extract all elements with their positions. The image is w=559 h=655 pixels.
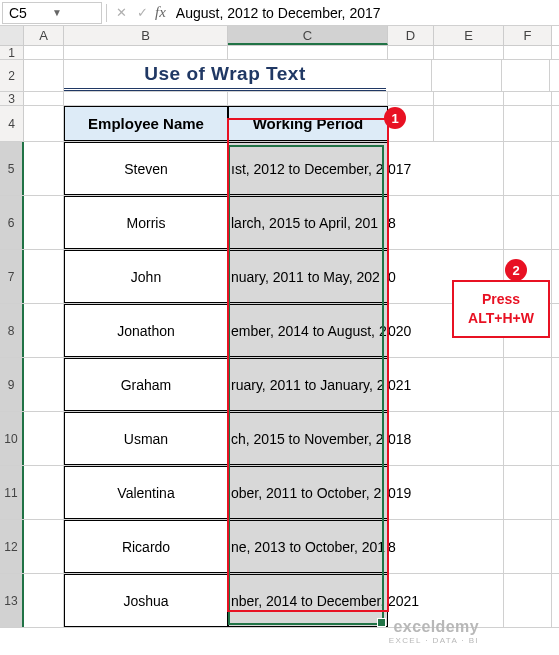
row-header[interactable]: 10 — [0, 412, 24, 465]
row-header[interactable]: 7 — [0, 250, 24, 303]
cell[interactable] — [434, 466, 504, 519]
cell[interactable] — [434, 358, 504, 411]
confirm-icon[interactable]: ✓ — [132, 5, 153, 20]
cell[interactable] — [24, 92, 64, 105]
cell[interactable] — [388, 92, 434, 105]
table-row: 12Ricardone, 2013 to October, 2018 — [0, 520, 559, 574]
cell[interactable] — [434, 142, 504, 195]
table-header-period[interactable]: Working Period — [228, 106, 388, 141]
cell[interactable] — [504, 46, 552, 59]
cell-employee-name[interactable]: Valentina — [64, 466, 228, 519]
cell[interactable] — [434, 520, 504, 573]
cell[interactable] — [434, 46, 504, 59]
cell[interactable] — [504, 358, 552, 411]
cell[interactable] — [24, 304, 64, 357]
cell-overflow[interactable]: 018 — [388, 412, 434, 465]
cell-overflow[interactable]: 020 — [388, 304, 434, 357]
cell-working-period[interactable]: ruary, 2011 to January, 2 — [228, 358, 388, 411]
cell[interactable] — [504, 412, 552, 465]
cell[interactable] — [64, 46, 228, 59]
cell[interactable] — [24, 46, 64, 59]
cell[interactable] — [386, 60, 432, 91]
cell-employee-name[interactable]: Jonathon — [64, 304, 228, 357]
select-all-corner[interactable] — [0, 26, 24, 45]
row-header[interactable]: 9 — [0, 358, 24, 411]
col-header-f[interactable]: F — [504, 26, 552, 45]
cell[interactable] — [504, 142, 552, 195]
cell[interactable] — [434, 412, 504, 465]
cell-overflow[interactable]: 0 — [388, 250, 434, 303]
cell[interactable] — [432, 60, 502, 91]
cell-overflow[interactable]: 8 — [388, 520, 434, 573]
cell-working-period[interactable]: ne, 2013 to October, 201 — [228, 520, 388, 573]
cancel-icon[interactable]: ✕ — [111, 5, 132, 20]
cell-employee-name[interactable]: Graham — [64, 358, 228, 411]
cell-employee-name[interactable]: John — [64, 250, 228, 303]
cell[interactable] — [434, 92, 504, 105]
cell[interactable] — [504, 520, 552, 573]
cell[interactable] — [504, 196, 552, 249]
column-headers: A B C D E F — [0, 26, 559, 46]
row-header[interactable]: 11 — [0, 466, 24, 519]
formula-bar-input[interactable] — [172, 2, 559, 24]
row-header[interactable]: 12 — [0, 520, 24, 573]
row-header[interactable]: 6 — [0, 196, 24, 249]
cell[interactable] — [504, 92, 552, 105]
col-header-c[interactable]: C — [228, 26, 388, 45]
cell-working-period[interactable]: nber, 2014 to December, — [228, 574, 388, 627]
table-header-name[interactable]: Employee Name — [64, 106, 228, 141]
watermark: exceldemy EXCEL · DATA · BI — [389, 618, 479, 645]
fx-icon[interactable]: fx — [153, 4, 172, 21]
cell[interactable] — [24, 196, 64, 249]
col-header-a[interactable]: A — [24, 26, 64, 45]
cell[interactable] — [504, 466, 552, 519]
cell-overflow[interactable]: 021 — [388, 358, 434, 411]
cell-employee-name[interactable]: Ricardo — [64, 520, 228, 573]
cell-employee-name[interactable]: Joshua — [64, 574, 228, 627]
cell-employee-name[interactable]: Usman — [64, 412, 228, 465]
cell-employee-name[interactable]: Morris — [64, 196, 228, 249]
row-header[interactable]: 1 — [0, 46, 24, 59]
row-header[interactable]: 2 — [0, 60, 24, 91]
row-header[interactable]: 5 — [0, 142, 24, 195]
cell-overflow[interactable]: 019 — [388, 466, 434, 519]
name-box[interactable]: C5 ▼ — [2, 2, 102, 24]
cell-working-period[interactable]: ober, 2011 to October, 2 — [228, 466, 388, 519]
cell-working-period[interactable]: ember, 2014 to August, 2 — [228, 304, 388, 357]
row-header[interactable]: 3 — [0, 92, 24, 105]
cell[interactable] — [24, 466, 64, 519]
cell-working-period[interactable]: ch, 2015 to November, 2 — [228, 412, 388, 465]
row-header[interactable]: 8 — [0, 304, 24, 357]
cell[interactable] — [504, 106, 552, 141]
cell[interactable] — [502, 60, 550, 91]
cell[interactable] — [24, 412, 64, 465]
cell[interactable] — [24, 574, 64, 627]
cell[interactable] — [24, 60, 64, 91]
col-header-b[interactable]: B — [64, 26, 228, 45]
cell[interactable] — [388, 46, 434, 59]
cell[interactable] — [228, 46, 388, 59]
cell-overflow[interactable]: 8 — [388, 196, 434, 249]
cell[interactable] — [64, 92, 228, 105]
cell-employee-name[interactable]: Steven — [64, 142, 228, 195]
cell[interactable] — [24, 142, 64, 195]
cell[interactable] — [434, 106, 504, 141]
col-header-e[interactable]: E — [434, 26, 504, 45]
press-label: Press — [482, 291, 520, 307]
cell-working-period[interactable]: nuary, 2011 to May, 202 — [228, 250, 388, 303]
chevron-down-icon[interactable]: ▼ — [52, 7, 95, 18]
cell-working-period[interactable]: larch, 2015 to April, 201 — [228, 196, 388, 249]
title-cell[interactable]: Use of Wrap Text — [64, 60, 386, 91]
cell-overflow[interactable]: 017 — [388, 142, 434, 195]
cell[interactable] — [228, 92, 388, 105]
cell[interactable] — [434, 196, 504, 249]
cell-working-period[interactable]: ıst, 2012 to December, 2 — [228, 142, 388, 195]
cell[interactable] — [504, 574, 552, 627]
cell[interactable] — [24, 106, 64, 141]
row-header[interactable]: 4 — [0, 106, 24, 141]
cell[interactable] — [24, 520, 64, 573]
cell[interactable] — [24, 358, 64, 411]
row-header[interactable]: 13 — [0, 574, 24, 627]
cell[interactable] — [24, 250, 64, 303]
col-header-d[interactable]: D — [388, 26, 434, 45]
